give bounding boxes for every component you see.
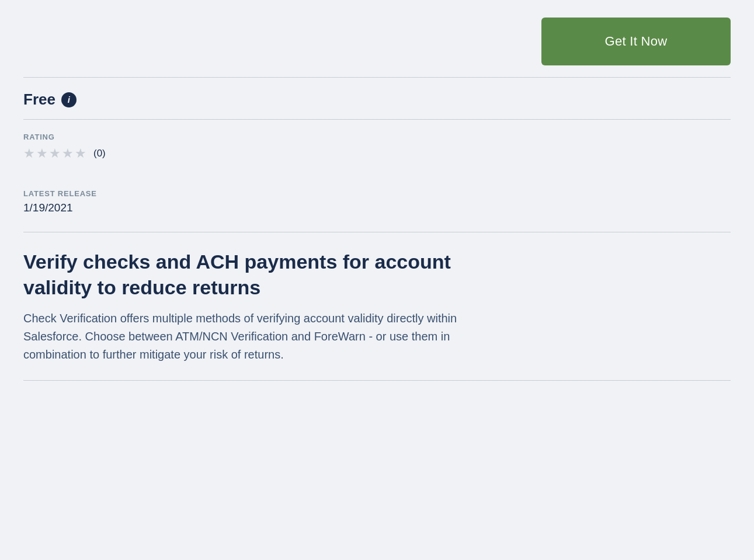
- info-icon[interactable]: i: [61, 92, 77, 107]
- latest-release-label: LATEST RELEASE: [23, 189, 731, 198]
- rating-section: RATING ★ ★ ★ ★ ★ (0): [12, 120, 742, 179]
- star-4: ★: [62, 146, 74, 161]
- description-body: Check Verification offers multiple metho…: [23, 309, 479, 364]
- rating-count: (0): [93, 148, 106, 159]
- top-section: Get It Now: [12, 0, 742, 77]
- latest-release-section: LATEST RELEASE 1/19/2021: [12, 179, 742, 232]
- star-2: ★: [36, 146, 48, 161]
- rating-row: ★ ★ ★ ★ ★ (0): [23, 146, 731, 161]
- stars-container: ★ ★ ★ ★ ★: [23, 146, 86, 161]
- star-1: ★: [23, 146, 35, 161]
- release-date: 1/19/2021: [23, 201, 731, 214]
- bottom-divider: [23, 380, 731, 381]
- star-3: ★: [49, 146, 61, 161]
- get-it-now-button[interactable]: Get It Now: [541, 18, 731, 65]
- price-label: Free: [23, 91, 55, 109]
- star-5: ★: [75, 146, 86, 161]
- description-headline: Verify checks and ACH payments for accou…: [23, 249, 479, 300]
- rating-label: RATING: [23, 133, 731, 141]
- price-section: Free i: [12, 78, 742, 119]
- description-section: Verify checks and ACH payments for accou…: [12, 232, 742, 380]
- page-container: Get It Now Free i RATING ★ ★ ★ ★ ★ (0) L…: [0, 0, 754, 381]
